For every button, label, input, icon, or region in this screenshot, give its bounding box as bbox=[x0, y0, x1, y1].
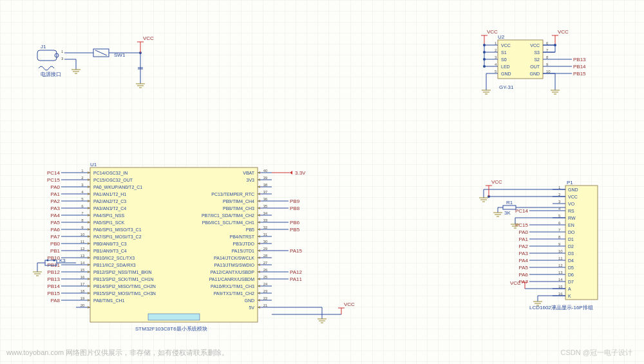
svg-text:PC13/TEMPER_RTC: PC13/TEMPER_RTC bbox=[211, 192, 254, 197]
svg-text:32: 32 bbox=[263, 225, 268, 229]
svg-text:PB4/NTRST: PB4/NTRST bbox=[229, 235, 254, 239]
svg-text:PA6/SPI1_MISO/T3_C1: PA6/SPI1_MISO/T3_C1 bbox=[93, 227, 142, 233]
svg-text:14: 14 bbox=[80, 261, 85, 265]
svg-text:P1: P1 bbox=[567, 180, 573, 186]
svg-text:D5: D5 bbox=[568, 265, 574, 270]
svg-text:U1: U1 bbox=[90, 162, 97, 168]
svg-text:PA7: PA7 bbox=[50, 234, 60, 240]
svg-text:PA3/AN3/T2_C4: PA3/AN3/T2_C4 bbox=[93, 206, 126, 211]
watermark-left: www.toyoban.com 网络图片仅供展示，非存储，如有侵权请联系删除。 bbox=[6, 348, 229, 358]
svg-text:GY-31: GY-31 bbox=[499, 84, 514, 90]
svg-text:J1: J1 bbox=[41, 44, 46, 50]
svg-text:16: 16 bbox=[558, 292, 563, 296]
svg-text:PB1/AN9/T3_C4: PB1/AN9/T3_C4 bbox=[93, 249, 127, 254]
svg-text:20: 20 bbox=[80, 303, 85, 307]
svg-text:28: 28 bbox=[263, 254, 268, 258]
svg-text:PA8: PA8 bbox=[50, 298, 60, 303]
svg-text:D4: D4 bbox=[568, 258, 574, 263]
svg-text:25: 25 bbox=[263, 275, 268, 279]
svg-text:PB3/JTDO: PB3/JTDO bbox=[233, 242, 255, 246]
svg-text:3V3: 3V3 bbox=[247, 178, 255, 182]
svg-text:PA1: PA1 bbox=[50, 191, 60, 197]
svg-text:PB0: PB0 bbox=[50, 241, 61, 247]
svg-text:GND: GND bbox=[568, 187, 578, 192]
svg-text:PA2: PA2 bbox=[50, 198, 60, 204]
svg-text:PA6: PA6 bbox=[518, 272, 528, 278]
svg-point-72 bbox=[483, 65, 486, 68]
svg-text:38: 38 bbox=[263, 183, 268, 187]
svg-text:OUT: OUT bbox=[530, 64, 540, 69]
svg-text:PA11: PA11 bbox=[290, 276, 303, 282]
svg-text:PA3: PA3 bbox=[518, 251, 528, 256]
svg-text:STM32F103C8T6最小系统模块: STM32F103C8T6最小系统模块 bbox=[135, 326, 207, 332]
svg-text:PC14: PC14 bbox=[515, 208, 529, 214]
svg-text:VCC: VCC bbox=[510, 280, 521, 286]
svg-text:PA5/SPI1_SCK: PA5/SPI1_SCK bbox=[93, 220, 124, 225]
svg-text:PB6: PB6 bbox=[290, 220, 300, 225]
svg-text:31: 31 bbox=[263, 233, 268, 236]
svg-text:PA1: PA1 bbox=[518, 236, 528, 242]
svg-text:14: 14 bbox=[558, 278, 563, 282]
watermark-right: CSDN @冠一电子设计 bbox=[561, 348, 632, 358]
svg-text:PB8/TIM4_CH3: PB8/TIM4_CH3 bbox=[223, 206, 254, 211]
svg-text:RW: RW bbox=[568, 216, 576, 220]
svg-text:24: 24 bbox=[263, 282, 268, 286]
svg-text:PB9/TIM4_CH4: PB9/TIM4_CH4 bbox=[223, 199, 254, 204]
svg-text:17: 17 bbox=[80, 282, 85, 286]
svg-text:PB6/IIC1_SCL/TIM4_CH1: PB6/IIC1_SCL/TIM4_CH1 bbox=[202, 220, 254, 225]
svg-text:PA12: PA12 bbox=[290, 269, 303, 275]
svg-text:PC14/OSC32_IN: PC14/OSC32_IN bbox=[93, 171, 128, 176]
svg-text:A: A bbox=[568, 287, 571, 291]
svg-text:PB11/IIC2_SDA/RX3: PB11/IIC2_SDA/RX3 bbox=[93, 263, 136, 268]
svg-text:电源接口: 电源接口 bbox=[41, 72, 61, 77]
svg-text:35: 35 bbox=[263, 204, 268, 208]
svg-text:S2: S2 bbox=[534, 57, 540, 62]
svg-text:PC15: PC15 bbox=[515, 222, 529, 228]
svg-text:3K: 3K bbox=[504, 210, 511, 216]
svg-text:VCC: VCC bbox=[143, 35, 154, 41]
svg-text:VCC: VCC bbox=[344, 302, 355, 307]
svg-text:PA0_WKUP/AN0/T2_C1: PA0_WKUP/AN0/T2_C1 bbox=[93, 185, 142, 190]
svg-text:VO: VO bbox=[568, 202, 575, 206]
svg-text:D2: D2 bbox=[568, 244, 574, 249]
svg-point-70 bbox=[483, 58, 486, 61]
svg-text:PA9/TX1/TIM1_CH2: PA9/TX1/TIM1_CH2 bbox=[214, 291, 254, 296]
svg-text:U2: U2 bbox=[498, 34, 505, 40]
svg-text:PA5: PA5 bbox=[518, 265, 528, 271]
svg-text:PB8: PB8 bbox=[290, 206, 300, 211]
svg-text:PB5: PB5 bbox=[290, 227, 300, 233]
svg-text:PB15: PB15 bbox=[573, 71, 586, 77]
svg-text:PB13: PB13 bbox=[573, 57, 586, 62]
svg-text:10: 10 bbox=[558, 249, 563, 253]
svg-text:29: 29 bbox=[263, 247, 268, 251]
svg-text:PA12/CANTX/USBDP: PA12/CANTX/USBDP bbox=[211, 270, 255, 274]
svg-text:10: 10 bbox=[80, 233, 85, 236]
svg-text:PA6: PA6 bbox=[50, 227, 60, 233]
svg-text:PC14: PC14 bbox=[47, 170, 61, 176]
svg-text:GND: GND bbox=[244, 298, 254, 303]
svg-text:13: 13 bbox=[558, 271, 563, 274]
svg-text:PA11/CANRX/USBDM: PA11/CANRX/USBDM bbox=[209, 277, 254, 282]
svg-point-317 bbox=[47, 260, 49, 262]
svg-text:10: 10 bbox=[546, 70, 551, 73]
svg-text:PA15/JTD1: PA15/JTD1 bbox=[232, 249, 254, 253]
svg-text:3.3V: 3.3V bbox=[295, 170, 306, 176]
svg-text:PB12: PB12 bbox=[47, 269, 60, 275]
svg-text:PA4: PA4 bbox=[518, 258, 528, 263]
svg-text:11: 11 bbox=[558, 256, 563, 260]
svg-text:PA15: PA15 bbox=[290, 248, 303, 254]
svg-text:RS: RS bbox=[568, 209, 574, 213]
svg-text:PA7/SPI1_MOSI/T3_C2: PA7/SPI1_MOSI/T3_C2 bbox=[93, 235, 142, 240]
svg-text:PB1: PB1 bbox=[50, 248, 61, 254]
svg-text:PA0: PA0 bbox=[518, 229, 528, 235]
svg-text:K: K bbox=[568, 294, 571, 298]
svg-point-318 bbox=[53, 260, 55, 262]
svg-text:DO: DO bbox=[568, 230, 575, 235]
svg-text:12: 12 bbox=[80, 247, 85, 251]
svg-text:39: 39 bbox=[263, 176, 268, 180]
svg-text:PA4/SPI1_NSS: PA4/SPI1_NSS bbox=[93, 213, 124, 218]
svg-text:PB13/SPI2_SCK/TIM1_CH1N: PB13/SPI2_SCK/TIM1_CH1N bbox=[93, 277, 153, 282]
svg-text:PB15: PB15 bbox=[47, 291, 60, 296]
svg-text:VCC: VCC bbox=[501, 43, 511, 48]
svg-text:PB14: PB14 bbox=[47, 283, 60, 289]
